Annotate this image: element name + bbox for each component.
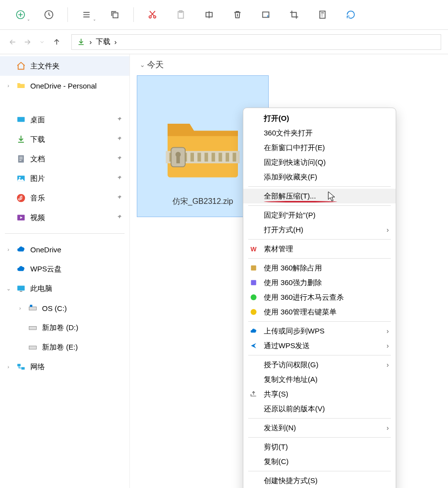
sidebar: 主文件夹 › OneDrive - Personal 桌面 下载 文档	[0, 54, 130, 488]
menu-separator	[248, 186, 391, 187]
menu-restore-versions[interactable]: 还原以前的版本(V)	[243, 401, 396, 416]
sidebar-item-home[interactable]: 主文件夹	[0, 56, 129, 76]
group-header[interactable]: ⌄ 今天	[137, 59, 441, 70]
cut-button[interactable]	[141, 5, 164, 24]
onedrive-icon	[16, 244, 26, 254]
menu-360-unlock[interactable]: 使用 360解除占用	[243, 261, 396, 275]
sidebar-item-pictures[interactable]: 图片	[0, 169, 129, 188]
sidebar-item-downloads[interactable]: 下载	[0, 130, 129, 149]
breadcrumb-sep: ›	[114, 38, 117, 46]
menu-separator	[248, 355, 391, 355]
send-icon	[249, 341, 258, 350]
menu-extract-all[interactable]: 全部解压缩(T)...	[243, 189, 396, 203]
menu-create-shortcut[interactable]: 创建快捷方式(S)	[243, 473, 396, 488]
menu-grant-access[interactable]: 授予访问权限(G)›	[243, 357, 396, 372]
breadcrumb[interactable]: 下载	[96, 37, 110, 46]
new-button[interactable]: ⌄	[9, 5, 32, 24]
up-button[interactable]	[51, 36, 63, 48]
menu-open-with[interactable]: 打开方式(H)›	[243, 222, 396, 237]
svg-rect-21	[29, 307, 37, 311]
network-icon	[16, 362, 26, 372]
clock-button[interactable]	[37, 5, 61, 24]
calculator-button[interactable]	[311, 5, 334, 24]
menu-copy[interactable]: 复制(C)	[243, 454, 396, 469]
sidebar-item-onedrive-personal[interactable]: › OneDrive - Personal	[0, 76, 129, 95]
rename-button[interactable]	[197, 5, 221, 24]
copy-button[interactable]	[103, 5, 127, 24]
menu-new-window[interactable]: 在新窗口中打开(E)	[243, 140, 396, 155]
sidebar-item-music[interactable]: 音乐	[0, 188, 129, 208]
folder-icon	[16, 81, 26, 90]
annotation-underline	[264, 201, 337, 202]
svg-rect-34	[212, 153, 215, 161]
menu-copy-address[interactable]: 复制文件地址(A)	[243, 372, 396, 387]
toolbar: ⌄ ⌄	[0, 0, 448, 30]
refresh-button[interactable]	[339, 5, 363, 24]
menu-send-wps[interactable]: 通过WPS发送›	[243, 338, 396, 353]
sidebar-item-wps-cloud[interactable]: WPS云盘	[0, 259, 129, 279]
paste-button[interactable]	[169, 5, 192, 24]
menu-cut[interactable]: 剪切(T)	[243, 440, 396, 454]
pin-icon	[116, 135, 123, 144]
sidebar-item-drive-d[interactable]: 新加卷 (D:)	[0, 318, 129, 337]
crop-button[interactable]	[282, 5, 306, 24]
view-button[interactable]: ⌄	[75, 5, 98, 24]
submenu-icon: ›	[386, 342, 389, 350]
sidebar-item-label: 此电脑	[30, 284, 52, 293]
unlock-icon	[249, 264, 258, 272]
sidebar-item-osc[interactable]: › OS (C:)	[0, 298, 129, 318]
document-icon	[16, 154, 26, 164]
sidebar-item-videos[interactable]: 视频	[0, 208, 129, 227]
sidebar-item-thispc[interactable]: ⌄ 此电脑	[0, 279, 129, 298]
download-icon	[16, 134, 26, 144]
svg-rect-33	[205, 153, 208, 161]
svg-rect-41	[251, 266, 256, 271]
svg-point-16	[19, 177, 21, 178]
svg-rect-13	[20, 158, 23, 159]
new-window-button[interactable]	[254, 5, 277, 24]
sidebar-item-desktop[interactable]: 桌面	[0, 110, 129, 130]
svg-rect-40	[176, 155, 180, 163]
svg-rect-14	[20, 160, 21, 161]
separator	[67, 7, 68, 22]
recent-dropdown[interactable]	[36, 36, 48, 48]
menu-360-open[interactable]: 360文件夹打开	[243, 126, 396, 140]
sidebar-item-label: OS (C:)	[42, 304, 67, 312]
menu-sync-wps[interactable]: 上传或同步到WPS›	[243, 324, 396, 338]
svg-rect-19	[18, 286, 25, 290]
divider	[5, 233, 125, 234]
delete-button[interactable]	[226, 5, 249, 24]
menu-pin-quick-access[interactable]: 固定到快速访问(Q)	[243, 155, 396, 170]
chevron-right-icon: ›	[17, 305, 23, 311]
sidebar-item-onedrive[interactable]: › OneDrive	[0, 240, 129, 259]
back-button[interactable]	[7, 36, 19, 48]
sidebar-item-label: 主文件夹	[30, 62, 60, 71]
menu-separator	[248, 437, 391, 438]
sidebar-item-label: 视频	[30, 213, 45, 222]
pin-icon	[116, 116, 123, 124]
menu-send-to[interactable]: 发送到(N)›	[243, 421, 396, 435]
svg-rect-20	[20, 291, 22, 292]
menu-open[interactable]: 打开(O)	[243, 111, 396, 126]
sidebar-item-network[interactable]: › 网络	[0, 357, 129, 377]
menu-separator	[248, 258, 391, 259]
menu-pin-start[interactable]: 固定到"开始"(P)	[243, 208, 396, 222]
menu-material-manage[interactable]: W素材管理	[243, 242, 396, 256]
menu-share[interactable]: 共享(S)	[243, 387, 396, 401]
drive-icon	[27, 342, 38, 352]
menu-360-trojan-scan[interactable]: 使用 360进行木马云查杀	[243, 290, 396, 305]
submenu-icon: ›	[386, 361, 389, 369]
sidebar-item-label: OneDrive - Personal	[30, 82, 97, 90]
svg-rect-12	[20, 157, 23, 157]
menu-360-manage-context[interactable]: 使用 360管理右键菜单	[243, 305, 396, 319]
drive-icon	[27, 303, 38, 313]
menu-add-favorites[interactable]: 添加到收藏夹(F)	[243, 170, 396, 184]
forward-button[interactable]	[21, 36, 33, 48]
address-bar[interactable]: › 下载 ›	[71, 34, 441, 50]
context-menu: 打开(O) 360文件夹打开 在新窗口中打开(E) 固定到快速访问(Q) 添加到…	[243, 108, 396, 488]
sidebar-item-documents[interactable]: 文档	[0, 149, 129, 169]
menu-360-force-delete[interactable]: 使用 360强力删除	[243, 275, 396, 290]
sidebar-item-drive-e[interactable]: 新加卷 (E:)	[0, 337, 129, 357]
svg-rect-2	[113, 13, 118, 18]
pin-icon	[116, 175, 123, 183]
